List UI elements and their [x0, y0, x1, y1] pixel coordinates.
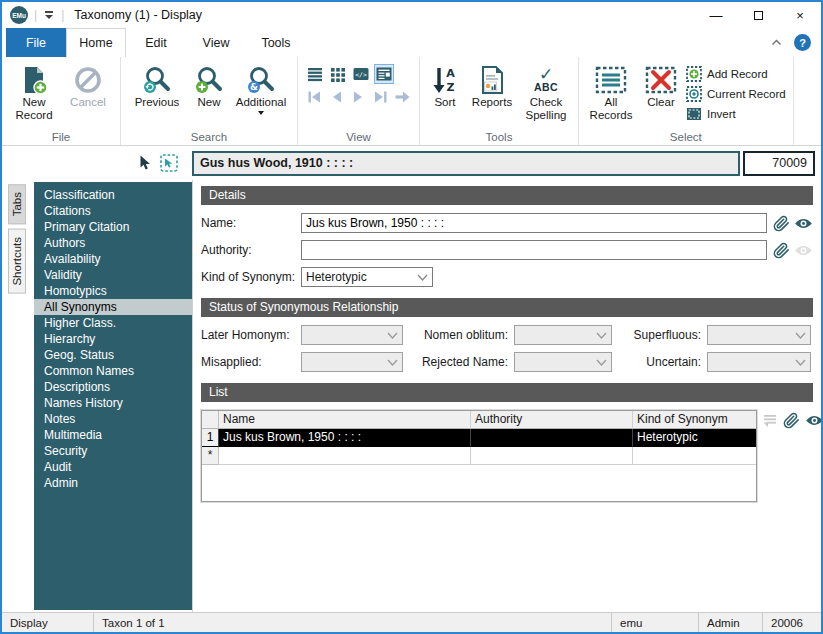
column-header-authority[interactable]: Authority [471, 411, 633, 429]
invert-selection-button[interactable]: Invert [686, 105, 786, 122]
check-spelling-button[interactable]: ✓ ABC Check Spelling [521, 62, 571, 122]
cell-kind-of-synonym[interactable] [633, 447, 756, 465]
emu-logo-icon[interactable]: EMu [10, 6, 28, 24]
rejected-name-dropdown[interactable] [514, 352, 612, 372]
additional-dropdown-icon [258, 111, 264, 115]
sidebar-item-validity[interactable]: Validity [34, 267, 192, 283]
pointer-cursor-icon[interactable] [138, 155, 151, 171]
status-mode: Display [2, 613, 94, 632]
attach-icon[interactable] [773, 242, 790, 259]
new-search-button[interactable]: New [190, 62, 228, 109]
main-panel: Details Name: Authority: [192, 180, 821, 612]
tab-view[interactable]: View [186, 28, 246, 57]
cell-authority[interactable] [471, 429, 633, 447]
attach-icon[interactable] [783, 412, 800, 429]
current-record-button[interactable]: Current Record [686, 85, 786, 102]
tab-edit[interactable]: Edit [126, 28, 186, 57]
last-record-icon[interactable] [371, 88, 390, 106]
attach-icon[interactable] [773, 215, 790, 232]
previous-record-icon[interactable] [327, 88, 346, 106]
sidebar-item-citations[interactable]: Citations [34, 203, 192, 219]
goto-record-icon[interactable] [393, 88, 412, 106]
nomen-oblitum-dropdown[interactable] [514, 325, 612, 345]
search-group-label: Search [121, 131, 297, 143]
clear-selection-icon [645, 63, 677, 96]
add-record-button[interactable]: Add Record [686, 65, 786, 82]
view-attachment-eye-icon[interactable] [794, 217, 813, 230]
reports-button[interactable]: Reports [467, 62, 517, 109]
chevron-down-icon [413, 274, 432, 281]
close-button[interactable]: × [779, 2, 821, 28]
sidebar-item-classification[interactable]: Classification [34, 187, 192, 203]
cell-kind-of-synonym[interactable]: Heterotypic [633, 429, 756, 447]
quick-access-toolbar-icon[interactable] [43, 11, 55, 19]
maximize-button[interactable] [737, 2, 779, 28]
minimize-button[interactable]: — [695, 2, 737, 28]
sidebar-item-geog-status[interactable]: Geog. Status [34, 347, 192, 363]
cancel-icon [73, 63, 103, 96]
clear-selection-button[interactable]: Clear [640, 62, 682, 109]
additional-search-button[interactable]: & Additional [232, 62, 290, 115]
cell-authority[interactable] [471, 447, 633, 465]
page-view-icon[interactable]: </> [351, 64, 371, 84]
tab-tools[interactable]: Tools [246, 28, 306, 57]
tab-file[interactable]: File [6, 28, 66, 57]
previous-search-button[interactable]: Previous [128, 62, 186, 109]
record-summary-field[interactable]: Gus hus Wood, 1910 : : : : [192, 151, 740, 176]
all-records-label: All Records [586, 96, 636, 122]
sort-button[interactable]: A Z Sort [427, 62, 463, 109]
marquee-select-icon[interactable] [160, 154, 178, 172]
sidebar-item-notes[interactable]: Notes [34, 411, 192, 427]
superfluous-dropdown[interactable] [707, 325, 811, 345]
new-record-button[interactable]: New Record [9, 62, 59, 122]
tab-sidebar: Classification Citations Primary Citatio… [34, 182, 192, 610]
name-input[interactable] [301, 213, 767, 233]
contact-sheet-view-icon[interactable] [328, 64, 348, 84]
column-header-kind-of-synonym[interactable]: Kind of Synonym [633, 411, 756, 429]
invert-selection-label: Invert [707, 108, 736, 120]
table-row[interactable]: 1 Jus kus Brown, 1950 : : : : Heterotypi… [202, 429, 756, 447]
sidebar-item-all-synonyms[interactable]: All Synonyms [34, 299, 192, 315]
sidebar-item-availability[interactable]: Availability [34, 251, 192, 267]
later-homonym-dropdown[interactable] [301, 325, 403, 345]
sidebar-item-common-names[interactable]: Common Names [34, 363, 192, 379]
authority-input[interactable] [301, 240, 767, 260]
all-records-button[interactable]: All Records [586, 62, 636, 122]
record-number-field[interactable]: 70009 [743, 151, 815, 176]
sidebar-item-authors[interactable]: Authors [34, 235, 192, 251]
sidebar-item-primary-citation[interactable]: Primary Citation [34, 219, 192, 235]
rail-tab-shortcuts[interactable]: Shortcuts [8, 229, 26, 294]
view-attachment-eye-icon[interactable] [805, 414, 821, 427]
next-record-icon[interactable] [349, 88, 368, 106]
cancel-button[interactable]: Cancel [63, 62, 113, 109]
rail-tab-tabs[interactable]: Tabs [8, 184, 26, 224]
add-record-label: Add Record [707, 68, 768, 80]
details-view-icon[interactable] [374, 64, 394, 84]
cell-name[interactable] [219, 447, 471, 465]
sidebar-item-homotypics[interactable]: Homotypics [34, 283, 192, 299]
sidebar-item-descriptions[interactable]: Descriptions [34, 379, 192, 395]
column-header-name[interactable]: Name [219, 411, 471, 429]
misapplied-dropdown[interactable] [301, 352, 403, 372]
sidebar-item-hierarchy[interactable]: Hierarchy [34, 331, 192, 347]
sidebar-item-security[interactable]: Security [34, 443, 192, 459]
side-rail: Tabs Shortcuts [2, 180, 32, 612]
table-row-new[interactable]: * [202, 447, 756, 465]
kind-of-synonym-dropdown[interactable]: Heterotypic [301, 267, 433, 287]
sidebar-item-multimedia[interactable]: Multimedia [34, 427, 192, 443]
uncertain-dropdown[interactable] [707, 352, 811, 372]
sidebar-item-higher-class[interactable]: Higher Class. [34, 315, 192, 331]
help-icon[interactable]: ? [794, 34, 811, 51]
tab-home[interactable]: Home [66, 28, 126, 57]
sort-icon: A Z [431, 63, 459, 96]
cell-name[interactable]: Jus kus Brown, 1950 : : : : [219, 429, 471, 447]
status-section-header: Status of Synonymous Relationship [201, 298, 813, 317]
sidebar-item-names-history[interactable]: Names History [34, 395, 192, 411]
kind-of-synonym-value: Heterotypic [306, 270, 413, 284]
collapse-ribbon-icon[interactable] [771, 39, 782, 46]
sidebar-item-admin[interactable]: Admin [34, 475, 192, 491]
sidebar-item-audit[interactable]: Audit [34, 459, 192, 475]
row-number-cell: * [202, 447, 219, 465]
first-record-icon[interactable] [305, 88, 324, 106]
list-view-icon[interactable] [305, 64, 325, 84]
